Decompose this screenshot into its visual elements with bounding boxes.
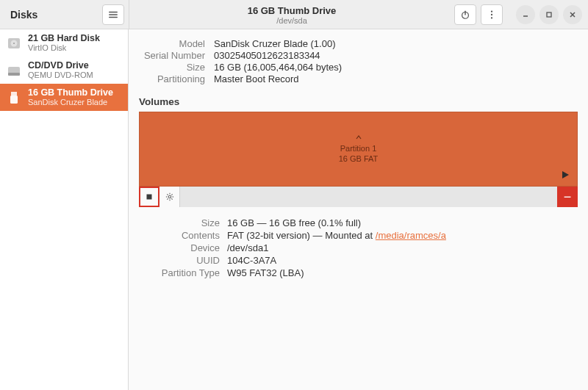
gear-icon [165, 192, 174, 201]
volume-toolbar: − [139, 187, 578, 207]
label-partitioning: Partitioning [139, 73, 205, 84]
svg-line-22 [167, 198, 168, 199]
svg-rect-11 [8, 73, 20, 76]
drive-title: 16 GB Thumb Drive [129, 6, 454, 16]
value-contents: FAT (32-bit version) — Mounted at /media… [227, 230, 578, 241]
chevron-up-icon [356, 134, 362, 140]
mount-point-link[interactable]: /media/ramces/a [376, 230, 446, 241]
label-uuid: UUID [139, 255, 220, 266]
hamburger-icon [108, 10, 118, 20]
svg-point-4 [491, 17, 492, 18]
power-icon [460, 10, 470, 20]
partition-options-button[interactable] [159, 187, 180, 207]
power-button[interactable] [454, 4, 476, 25]
label-model: Model [139, 38, 205, 49]
svg-rect-12 [11, 92, 17, 95]
contents-text: FAT (32-bit version) — Mounted at [227, 230, 376, 241]
value-uuid: 104C-3A7A [227, 255, 578, 266]
window-minimize-button[interactable] [516, 5, 535, 24]
minus-icon: − [564, 189, 572, 205]
usb-icon [6, 90, 22, 106]
value-partitioning: Master Boot Record [214, 73, 578, 84]
window-close-button[interactable] [563, 5, 582, 24]
value-serial: 03025405012623183344 [214, 50, 578, 61]
play-icon [561, 170, 570, 181]
close-icon [569, 11, 576, 18]
drive-info-grid: Model SanDisk Cruzer Blade (1.00) Serial… [139, 38, 578, 84]
window-maximize-button[interactable] [539, 5, 559, 24]
svg-line-21 [171, 198, 172, 199]
main-panel: Model SanDisk Cruzer Blade (1.00) Serial… [129, 29, 588, 390]
device-label: CD/DVD Drive [28, 60, 93, 71]
svg-rect-6 [547, 12, 551, 17]
value-device: /dev/sda1 [227, 242, 578, 253]
label-ptype: Partition Type [139, 267, 220, 278]
maximize-icon [545, 11, 553, 18]
disc-icon [6, 62, 22, 79]
partition-caption-1: Partition 1 [340, 143, 377, 154]
svg-point-2 [491, 10, 492, 12]
svg-point-9 [13, 43, 15, 44]
svg-line-20 [167, 194, 168, 195]
device-item-hdd[interactable]: 21 GB Hard Disk VirtIO Disk [0, 29, 128, 57]
svg-rect-14 [147, 195, 152, 200]
header-center: 16 GB Thumb Drive /dev/sda [129, 4, 454, 25]
app-title-wrap: Disks [0, 4, 129, 25]
device-label: 21 GB Hard Disk [28, 33, 100, 43]
value-ptype: W95 FAT32 (LBA) [227, 267, 578, 278]
app-title: Disks [10, 9, 37, 21]
drive-menu-button[interactable] [481, 4, 503, 25]
svg-point-15 [168, 195, 171, 198]
value-model: SanDisk Cruzer Blade (1.00) [214, 38, 578, 49]
svg-point-3 [491, 13, 492, 15]
hdd-icon [6, 35, 22, 51]
svg-rect-13 [10, 95, 18, 104]
device-item-optical[interactable]: CD/DVD Drive QEMU DVD-ROM [0, 57, 128, 84]
title-bar: Disks 16 GB Thumb Drive /dev/sda [0, 0, 588, 29]
device-label: 16 GB Thumb Drive [28, 87, 113, 98]
device-sublabel: SanDisk Cruzer Blade [28, 98, 113, 107]
value-psize: 16 GB — 16 GB free (0.1% full) [227, 217, 578, 228]
volumes-heading: Volumes [139, 96, 578, 107]
partition-info-grid: Size 16 GB — 16 GB free (0.1% full) Cont… [139, 217, 578, 278]
label-serial: Serial Number [139, 50, 205, 61]
device-list: 21 GB Hard Disk VirtIO Disk CD/DVD Drive… [0, 29, 129, 390]
minimize-icon [522, 11, 529, 18]
label-device: Device [139, 242, 220, 253]
kebab-icon [487, 10, 497, 20]
unmount-button[interactable] [139, 187, 159, 207]
header-actions [454, 4, 588, 25]
app-menu-button[interactable] [102, 4, 124, 25]
volume-partition-block[interactable]: Partition 1 16 GB FAT [139, 112, 578, 187]
device-item-usb[interactable]: 16 GB Thumb Drive SanDisk Cruzer Blade [0, 84, 128, 111]
value-size: 16 GB (16,005,464,064 bytes) [214, 62, 578, 73]
device-sublabel: QEMU DVD-ROM [28, 71, 93, 80]
label-contents: Contents [139, 230, 220, 241]
stop-icon [145, 192, 154, 201]
drive-path: /dev/sda [129, 16, 454, 25]
label-psize: Size [139, 217, 220, 228]
partition-caption-2: 16 GB FAT [339, 154, 379, 164]
svg-line-23 [171, 194, 172, 195]
device-sublabel: VirtIO Disk [28, 43, 100, 53]
label-size: Size [139, 62, 205, 73]
delete-partition-button[interactable]: − [557, 187, 578, 207]
toolbar-spacer [180, 187, 557, 207]
